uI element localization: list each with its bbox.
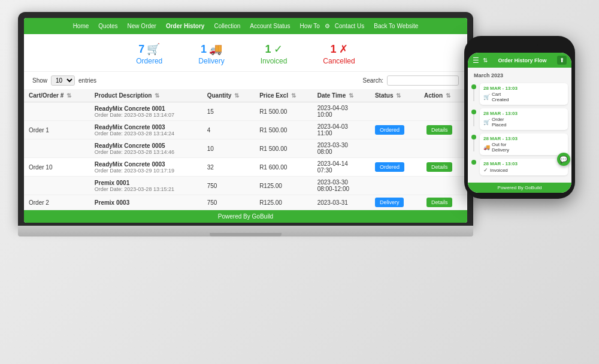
cell-action — [419, 102, 467, 121]
details-button[interactable]: Details — [426, 198, 453, 207]
cell-qty: 750 — [202, 177, 255, 195]
product-name: Premix 0003 — [95, 199, 198, 206]
stat-delivery[interactable]: 1 🚚 Delivery — [198, 43, 224, 65]
cell-datetime: 2023-04-14 07:30 — [313, 158, 370, 177]
timeline-dot — [471, 160, 476, 165]
laptop-screen-inner: Home Quotes New Order Order History Coll… — [24, 18, 467, 223]
stat-cancelled-label: Cancelled — [323, 57, 355, 65]
timeline-text-3: Out forDelivery — [492, 142, 509, 153]
cell-product: Premix 0003 — [90, 195, 202, 210]
nav-new-order[interactable]: New Order — [123, 22, 161, 31]
laptop-footer: Powered By GoBuild — [24, 210, 467, 223]
timeline-text-1: CartCreated — [492, 92, 509, 102]
sort-icon: ⇅ — [65, 92, 71, 99]
table-row: Order 1 ReadyMix Concrete 0003 Order Dat… — [24, 121, 467, 139]
sort-icon: ⇅ — [153, 92, 159, 99]
status-ordered-button[interactable]: Ordered — [375, 125, 404, 135]
sort-icon: ⇅ — [289, 92, 296, 99]
stat-ordered-label: Ordered — [136, 57, 162, 65]
timeline-text-4: Invoiced — [490, 168, 508, 173]
cell-product: ReadyMix Concrete 0003 Order Date: 2023-… — [90, 121, 202, 139]
cell-datetime: 2023-04-03 11:00 — [313, 121, 370, 139]
phone-content: March 2023 28 MAR - 13:03 🛒 CartCreated — [468, 68, 571, 183]
nav-how-to[interactable]: How To — [295, 22, 325, 31]
sort-icon: ⇅ — [395, 92, 401, 99]
phone-screen: ☰ ⇅ Order History Flow ⬆ March 2023 — [468, 53, 571, 193]
product-name: ReadyMix Concrete 0001 — [95, 105, 198, 112]
stat-invoiced-top: 1 ✓ — [265, 43, 282, 56]
timeline-card-3: 28 MAR - 13:03 🚚 Out forDelivery — [480, 134, 568, 155]
hamburger-icon[interactable]: ☰ — [473, 56, 479, 65]
check-icon: ✓ — [274, 43, 283, 56]
cell-price: R1 600.00 — [255, 158, 313, 177]
details-button[interactable]: Details — [426, 162, 453, 172]
settings-icon: ⚙ — [325, 23, 330, 29]
nav-back-to-website[interactable]: Back To Website — [369, 22, 423, 31]
stat-ordered[interactable]: 7 🛒 Ordered — [136, 43, 162, 65]
status-delivery-button[interactable]: Delivery — [375, 198, 404, 207]
cell-action: Details — [419, 158, 467, 177]
order-date: Order Date: 2023-03-28 13:14:07 — [95, 112, 198, 118]
cell-qty: 10 — [202, 139, 255, 158]
nav-collection[interactable]: Collection — [209, 22, 245, 31]
timeline-vert — [473, 139, 474, 151]
stat-cancelled[interactable]: 1 ✗ Cancelled — [323, 43, 355, 65]
nav-contact-us[interactable]: Contact Us — [330, 22, 369, 31]
order-date: Order Date: 2023-03-29 10:17:19 — [95, 168, 198, 174]
nav-order-history[interactable]: Order History — [161, 22, 209, 31]
cell-status: Ordered — [370, 158, 419, 177]
delivery-timeline-icon: 🚚 — [483, 144, 490, 150]
timeline-card-2: 28 MAR - 13:03 🛒 OrderPlaced — [480, 108, 568, 130]
share-icon[interactable]: ⬆ — [557, 56, 567, 65]
phone-month-label: March 2023 — [471, 71, 568, 80]
cell-datetime: 2023-04-03 10:00 — [313, 102, 370, 121]
cell-datetime: 2023-03-31 — [313, 195, 370, 210]
table-row: Premix 0001 Order Date: 2023-03-28 13:15… — [24, 177, 467, 195]
cart-timeline-icon: 🛒 — [483, 94, 490, 100]
stat-invoiced[interactable]: 1 ✓ Invoiced — [261, 43, 288, 65]
timeline-time-1: 28 MAR - 13:03 — [483, 86, 564, 91]
col-action: Action ⇅ — [419, 89, 467, 102]
product-name: ReadyMix Concrete 0003 — [95, 161, 198, 168]
cell-qty: 750 — [202, 195, 255, 210]
stats-row: 7 🛒 Ordered 1 🚚 Delivery — [24, 34, 467, 72]
phone-footer: Powered By GoBuild — [468, 183, 571, 193]
cell-status — [370, 102, 419, 121]
timeline-vert — [473, 114, 474, 126]
timeline-line — [471, 83, 476, 101]
product-name: Premix 0001 — [95, 180, 198, 186]
col-quantity: Quantity ⇅ — [202, 89, 255, 102]
cell-order — [24, 102, 90, 121]
cart-icon: 🛒 — [147, 43, 160, 56]
filter-icon[interactable]: ⇅ — [483, 57, 488, 63]
status-ordered-button[interactable]: Ordered — [375, 162, 404, 172]
chat-bubble[interactable]: 💬 — [557, 153, 570, 166]
phone-outer: ☰ ⇅ Order History Flow ⬆ March 2023 — [464, 36, 575, 199]
stat-delivery-top: 1 🚚 — [201, 43, 222, 56]
search-box: Search: — [363, 75, 459, 86]
timeline-dot — [471, 110, 476, 114]
order-table: Cart/Order # ⇅ Product Description ⇅ Qua… — [24, 89, 467, 210]
cell-action: Details — [419, 195, 467, 210]
cell-price: R125.00 — [255, 195, 313, 210]
show-label: Show — [32, 77, 47, 84]
nav-quotes[interactable]: Quotes — [93, 22, 122, 31]
col-price: Price Excl ⇅ — [255, 89, 313, 102]
stat-ordered-top: 7 🛒 — [138, 43, 160, 56]
details-button[interactable]: Details — [426, 125, 453, 135]
cell-datetime: 2023-03-30 08:00-12:00 — [313, 177, 370, 195]
phone-notch — [502, 42, 538, 50]
nav-account-status[interactable]: Account Status — [245, 22, 295, 31]
sort-icon: ⇅ — [232, 92, 239, 99]
cell-price: R1 500.00 — [255, 139, 313, 158]
timeline-time-3: 28 MAR - 13:03 — [483, 136, 564, 141]
cell-product: ReadyMix Concrete 0005 Order Date: 2023-… — [90, 139, 202, 158]
entries-select[interactable]: 10 25 50 — [51, 75, 75, 86]
cell-order: Order 1 — [24, 121, 90, 139]
nav-home[interactable]: Home — [68, 22, 94, 31]
cell-qty: 32 — [202, 158, 255, 177]
phone-header: ☰ ⇅ Order History Flow ⬆ — [468, 53, 571, 68]
phone: ☰ ⇅ Order History Flow ⬆ March 2023 — [464, 36, 575, 199]
order-timeline-icon: 🛒 — [483, 119, 490, 125]
search-input[interactable] — [387, 75, 459, 86]
